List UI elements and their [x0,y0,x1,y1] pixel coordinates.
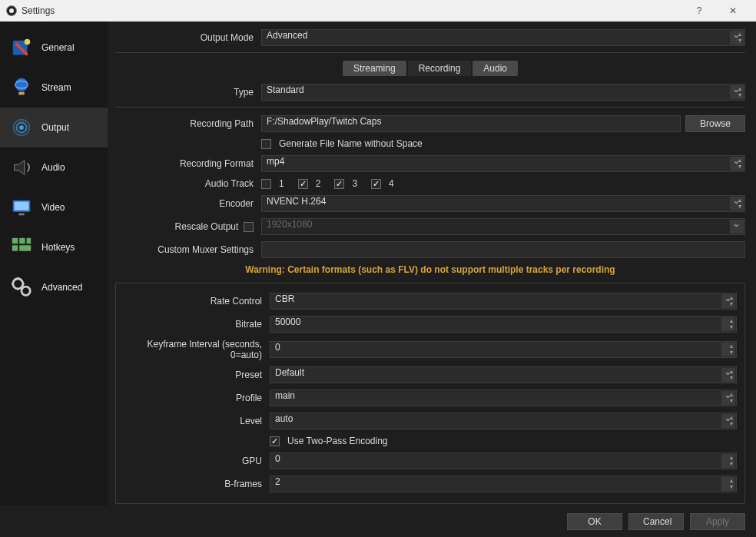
video-icon [9,195,34,220]
close-button[interactable]: ✕ [716,5,750,16]
keyframe-label: Keyframe Interval (seconds, 0=auto) [124,339,270,360]
sidebar-label: Advanced [41,282,82,293]
sidebar-label: Stream [41,82,71,93]
level-select[interactable]: auto▴▾ [270,413,737,429]
sidebar-item-advanced[interactable]: Advanced [0,267,108,307]
cancel-button[interactable]: Cancel [628,513,684,530]
rate-control-label: Rate Control [124,296,270,307]
sidebar-label: Video [41,202,65,213]
svg-rect-12 [27,238,32,244]
encoder-select[interactable]: NVENC H.264▴▾ [261,195,745,212]
rate-control-select[interactable]: CBR▴▾ [270,293,737,310]
type-label: Type [115,87,261,98]
svg-rect-8 [15,202,29,210]
app-icon [6,5,17,16]
hotkeys-icon [9,235,34,260]
rescale-label: Rescale Output [115,221,261,232]
muxer-label: Custom Muxer Settings [115,244,261,255]
audio-track-4-checkbox[interactable] [371,179,381,189]
recording-format-label: Recording Format [115,158,261,169]
two-pass-checkbox[interactable] [270,436,280,446]
gen-filename-checkbox[interactable] [261,139,271,149]
separator [115,107,745,108]
separator [115,52,745,53]
svg-rect-10 [12,238,18,244]
profile-label: Profile [124,393,270,403]
encoder-label: Encoder [115,198,261,209]
svg-point-2 [15,78,28,91]
browse-button[interactable]: Browse [685,115,745,132]
svg-rect-11 [19,238,25,244]
muxer-input[interactable] [261,241,745,258]
sidebar-item-stream[interactable]: Stream [0,68,108,108]
svg-rect-14 [19,245,31,251]
keyframe-input[interactable]: 0▴▾ [270,341,737,358]
preset-select[interactable]: Default▴▾ [270,366,737,383]
tab-recording[interactable]: Recording [408,61,472,76]
profile-select[interactable]: main▴▾ [270,389,737,406]
gpu-input[interactable]: 0▴▾ [270,452,737,469]
two-pass-label: Use Two-Pass Encoding [287,436,388,446]
titlebar: Settings ? ✕ [0,0,756,22]
sidebar-item-general[interactable]: General [0,28,108,68]
recording-format-select[interactable]: mp4▴▾ [261,155,745,172]
help-button[interactable]: ? [682,5,716,16]
gpu-label: GPU [124,456,270,466]
tab-audio[interactable]: Audio [472,61,518,76]
rescale-select[interactable]: 1920x1080 [261,218,745,235]
window-title: Settings [22,5,682,16]
svg-point-1 [25,39,31,45]
output-icon [9,115,34,140]
stream-icon [9,75,34,100]
audio-track-label: Audio Track [115,178,261,189]
sidebar-item-output[interactable]: Output [0,108,108,148]
ok-button[interactable]: OK [567,513,622,530]
svg-point-15 [13,279,23,289]
audio-icon [9,155,34,180]
recording-path-input[interactable]: F:/ShadowPlay/Twitch Caps [261,115,681,132]
audio-track-3-checkbox[interactable] [334,179,344,189]
rescale-checkbox[interactable] [244,222,254,232]
audio-track-2-checkbox[interactable] [298,179,308,189]
svg-point-16 [22,287,30,295]
output-mode-label: Output Mode [115,32,261,43]
sidebar-item-hotkeys[interactable]: Hotkeys [0,227,108,267]
sidebar-label: Audio [41,162,65,173]
bitrate-input[interactable]: 50000▴▾ [270,316,737,333]
format-warning: Warning: Certain formats (such as FLV) d… [115,264,745,275]
general-icon [9,35,34,60]
advanced-icon [9,275,34,300]
sidebar-label: Output [41,122,69,133]
gen-filename-label: Generate File Name without Space [279,138,423,149]
dialog-footer: OK Cancel Apply [0,506,756,537]
audio-track-1-checkbox[interactable] [261,179,271,189]
svg-rect-9 [18,214,25,216]
output-tabs: Streaming Recording Audio [115,61,745,76]
bframes-input[interactable]: 2▴▾ [270,476,737,492]
sidebar: General Stream Output Audio Video Hotkey… [0,22,108,506]
sidebar-label: Hotkeys [41,242,75,253]
bitrate-label: Bitrate [124,319,270,330]
sidebar-item-video[interactable]: Video [0,187,108,227]
recording-path-label: Recording Path [115,118,261,129]
preset-label: Preset [124,370,270,380]
bframes-label: B-frames [124,479,270,489]
tab-streaming[interactable]: Streaming [343,61,406,76]
output-mode-select[interactable]: Advanced▴▾ [261,29,745,46]
encoder-settings-panel: Rate Control CBR▴▾ Bitrate 50000▴▾ Keyfr… [115,283,745,504]
svg-point-4 [19,125,24,130]
level-label: Level [124,416,270,426]
apply-button[interactable]: Apply [690,513,745,530]
svg-rect-13 [12,245,18,251]
sidebar-item-audio[interactable]: Audio [0,148,108,187]
type-select[interactable]: Standard▴▾ [261,84,745,101]
sidebar-label: General [41,42,75,53]
settings-panel: Output Mode Advanced▴▾ Streaming Recordi… [108,22,756,506]
